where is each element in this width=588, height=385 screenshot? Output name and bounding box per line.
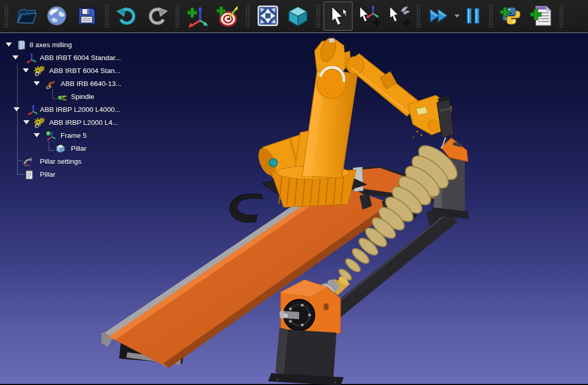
tree-item-label[interactable]: ABB IRBT 6004 Standar...	[40, 54, 121, 62]
fit-all-button[interactable]	[253, 2, 282, 31]
main-toolbar	[0, 0, 588, 32]
move-cross	[404, 20, 409, 25]
expander-icon[interactable]	[23, 120, 30, 124]
tree-item-irbt-frame[interactable]: ABB IRBT 6004 Standar...	[0, 52, 171, 64]
add-post-processor-button[interactable]	[526, 2, 555, 31]
expander-icon[interactable]	[23, 68, 29, 73]
cursor-icon	[327, 4, 350, 27]
fast-simulation-dropdown[interactable]	[453, 2, 461, 31]
document-plus-icon	[530, 4, 553, 27]
open-file-button[interactable]	[12, 2, 41, 31]
fast-simulation-button[interactable]	[424, 2, 453, 31]
3d-viewport[interactable]: 8 axes milling ABB IRBT 6004 Standar...	[0, 32, 588, 384]
save-station-button[interactable]	[72, 2, 101, 31]
track-irbt6004[interactable]	[101, 180, 399, 368]
add-reference-frame-button[interactable]	[183, 2, 212, 31]
toolbar-grip[interactable]	[558, 4, 564, 28]
toolbar-grip[interactable]	[416, 4, 421, 28]
plus-target-icon	[216, 4, 239, 27]
milling-debris	[413, 130, 425, 138]
robot-icon	[46, 79, 56, 89]
tree-item-irbt-mechanism[interactable]: ABB IRBT 6004 Stan...	[0, 65, 171, 77]
move-cross	[374, 20, 379, 25]
globe-icon	[45, 4, 68, 27]
tree-item-station[interactable]: 8 axes milling	[0, 39, 171, 51]
reference-frame-icon	[27, 105, 38, 115]
station-icon	[16, 40, 26, 50]
undo-arrow-icon	[115, 4, 139, 27]
station-tree: 8 axes milling ABB IRBT 6004 Standar...	[0, 33, 171, 189]
tree-item-label[interactable]: ABB IRB 6640-13...	[61, 80, 122, 88]
move-reference-button[interactable]	[354, 2, 383, 31]
toolbar-grip[interactable]	[245, 4, 250, 28]
add-python-program-button[interactable]	[496, 2, 525, 31]
fast-forward-icon	[427, 4, 450, 27]
expander-icon[interactable]	[13, 107, 20, 111]
tree-item-robot[interactable]: ABB IRB 6640-13...	[0, 78, 171, 90]
tree-item-label[interactable]: ABB IRBT 6004 Stan...	[49, 67, 121, 75]
move-tool-button[interactable]	[384, 2, 413, 31]
counterweight-cap	[269, 159, 277, 167]
positioner-headstock[interactable]	[268, 278, 344, 385]
tree-item-label[interactable]: Pillar	[71, 145, 86, 152]
expander-icon[interactable]	[12, 55, 19, 60]
toolbar-grip[interactable]	[488, 4, 493, 28]
tree-item-pillar-settings[interactable]: Pillar settings	[0, 155, 171, 168]
toolbar-grip[interactable]	[104, 4, 109, 28]
tree-item-label[interactable]: Spindle	[71, 93, 94, 101]
frame-ball-icon	[46, 131, 56, 141]
mechanism-icon	[34, 118, 45, 128]
tree-item-label[interactable]: ABB IRBP L2000 L4000...	[40, 106, 121, 113]
program-icon	[24, 169, 34, 180]
tree-item-label[interactable]: Pillar	[40, 170, 55, 178]
cursor-tool-move-icon	[387, 4, 410, 27]
plus-frame-icon	[186, 4, 209, 27]
python-plus-icon	[499, 4, 523, 27]
tree-item-label[interactable]: ABB IRBP L2000 L4...	[49, 119, 118, 126]
tree-item-irbp-mechanism[interactable]: ABB IRBP L2000 L4...	[0, 117, 171, 129]
reference-frame-icon	[26, 53, 36, 63]
add-target-button[interactable]	[213, 2, 242, 31]
open-online-library-button[interactable]	[42, 2, 71, 31]
redo-button[interactable]	[142, 2, 171, 31]
tree-item-spindle[interactable]: Spindle	[0, 91, 171, 103]
expander-icon[interactable]	[34, 81, 40, 85]
toolbar-grip[interactable]	[4, 4, 9, 28]
pause-icon	[462, 4, 484, 27]
tree-item-frame5[interactable]: Frame 5	[0, 130, 171, 142]
mechanism-icon	[34, 66, 45, 76]
tree-item-pillar-object[interactable]: Pillar	[0, 142, 171, 155]
tree-item-label[interactable]: Frame 5	[61, 132, 86, 139]
toolbar-grip[interactable]	[174, 4, 180, 28]
floppy-disk-icon	[75, 4, 98, 27]
cube-icon	[286, 4, 310, 27]
machining-settings-icon	[23, 156, 33, 167]
tree-item-irbp-frame[interactable]: ABB IRBP L2000 L4000...	[0, 104, 171, 116]
object-cube-icon	[55, 144, 66, 154]
select-button[interactable]	[324, 2, 352, 31]
tree-item-label[interactable]: Pillar settings	[40, 158, 81, 165]
tree-item-pillar-program[interactable]: Pillar	[0, 168, 171, 181]
undo-button[interactable]	[112, 2, 141, 31]
pause-simulation-button[interactable]	[461, 2, 485, 31]
cursor-frame-move-icon	[357, 4, 380, 27]
folder-open-icon	[15, 4, 38, 27]
tree-item-label[interactable]: 8 axes milling	[30, 41, 72, 49]
cable-chain[interactable]	[230, 194, 263, 222]
redo-arrow-icon	[145, 4, 169, 27]
expander-icon[interactable]	[6, 42, 12, 47]
expander-icon[interactable]	[34, 133, 40, 137]
toolbar-grip[interactable]	[315, 4, 320, 28]
fit-view-icon	[256, 4, 280, 27]
tool-icon	[57, 92, 67, 102]
isometric-view-button[interactable]	[283, 2, 312, 31]
